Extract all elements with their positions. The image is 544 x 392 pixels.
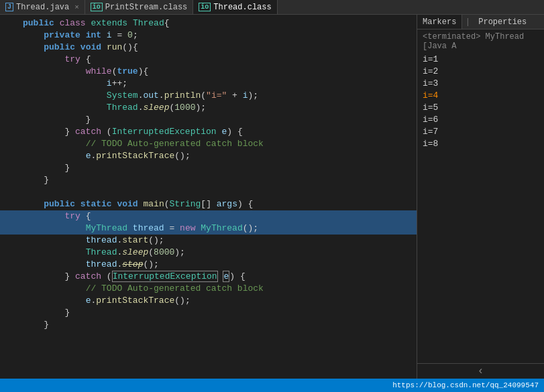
line-content: try { [20, 54, 417, 66]
line-content: i++; [20, 78, 417, 90]
code-line: while(true){ [0, 66, 417, 78]
line-content: } [20, 114, 417, 126]
tab-bar: J Thread.java × io PrintStream.class io … [0, 0, 544, 15]
line-number [0, 138, 20, 150]
code-line: public static void main(String[] args) { [0, 198, 417, 210]
line-content: try { [20, 210, 417, 222]
tab-markers-label: Markers [423, 17, 456, 27]
line-number [0, 271, 20, 283]
output-line-5: i=5 [423, 102, 539, 114]
code-lines: public class extends Thread{ private int… [0, 15, 417, 334]
line-number [0, 186, 20, 198]
code-line: e.printStackTrace(); [0, 295, 417, 307]
tab-thread-java[interactable]: J Thread.java × [0, 0, 85, 14]
right-panel-tabs: Markers | Properties [417, 15, 544, 29]
code-line: thread.start(); [0, 235, 417, 247]
terminated-label-text: <terminated> MyThread [Java A [423, 32, 524, 51]
line-content: public class extends Thread{ [20, 17, 417, 29]
line-content: private int i = 0; [20, 29, 417, 42]
output-line-8: i=8 [423, 138, 539, 150]
line-content [20, 186, 417, 198]
tab-properties[interactable]: Properties [473, 15, 532, 29]
line-content: public void run(){ [20, 42, 417, 54]
line-number [0, 295, 20, 307]
line-number [0, 78, 20, 90]
code-line: } [0, 162, 417, 174]
line-content: } catch (InterruptedException e) { [20, 126, 417, 138]
code-line: System.out.println("i=" + i); [0, 90, 417, 102]
line-number [0, 198, 20, 210]
tab-close-thread-java[interactable]: × [74, 3, 79, 11]
line-number [0, 174, 20, 186]
line-content: thread.start(); [20, 235, 417, 247]
tab-icon-thread-class: io [199, 3, 211, 11]
code-line: } [0, 174, 417, 186]
line-number [0, 42, 20, 54]
code-line: public class extends Thread{ [0, 17, 417, 29]
line-number [0, 247, 20, 259]
line-number [0, 54, 20, 66]
line-number [0, 259, 20, 271]
code-line: thread.stop(); [0, 259, 417, 271]
main-area: public class extends Thread{ private int… [0, 15, 544, 379]
line-content: // TODO Auto-generated catch block [20, 283, 417, 295]
output-line-7: i=7 [423, 126, 539, 138]
line-number [0, 210, 20, 222]
code-line [0, 186, 417, 198]
line-content: while(true){ [20, 66, 417, 78]
tab-icon-printstream: io [91, 3, 103, 11]
output-line-4: i=4 [423, 90, 539, 102]
code-line: i++; [0, 78, 417, 90]
line-number [0, 283, 20, 295]
line-content: } [20, 307, 417, 319]
line-number [0, 90, 20, 102]
tab-icon-java: J [5, 3, 13, 11]
line-content: } [20, 162, 417, 174]
line-number [0, 162, 20, 174]
code-line: } [0, 114, 417, 126]
tab-thread-class[interactable]: io Thread.class [193, 0, 277, 14]
right-panel: Markers | Properties <terminated> MyThre… [417, 15, 544, 379]
line-content: Thread.sleep(1000); [20, 102, 417, 114]
line-number [0, 29, 20, 42]
status-bar: https://blog.csdn.net/qq_24099547 [0, 379, 544, 392]
line-number [0, 150, 20, 162]
code-line: } catch (InterruptedException e) { [0, 126, 417, 138]
tab-label-printstream: PrintStream.class [105, 3, 187, 12]
line-content: } catch (InterruptedException e) { [20, 271, 417, 283]
line-number [0, 114, 20, 126]
code-line-highlighted: try { [0, 210, 417, 222]
line-content: } [20, 174, 417, 186]
terminated-label: <terminated> MyThread [Java A [423, 32, 539, 51]
code-line: public void run(){ [0, 42, 417, 54]
code-line: try { [0, 54, 417, 66]
output-line-6: i=6 [423, 114, 539, 126]
line-content: thread.stop(); [20, 259, 417, 271]
code-line: } catch (InterruptedException e) { [0, 271, 417, 283]
line-number [0, 126, 20, 138]
line-content: System.out.println("i=" + i); [20, 90, 417, 102]
tab-markers[interactable]: Markers [417, 15, 462, 29]
code-line: e.printStackTrace(); [0, 150, 417, 162]
line-number [0, 307, 20, 319]
scroll-arrow[interactable]: ‹ [417, 363, 544, 379]
tab-label-thread-java: Thread.java [16, 3, 69, 12]
status-url: https://blog.csdn.net/qq_24099547 [392, 381, 539, 389]
code-line: Thread.sleep(8000); [0, 247, 417, 259]
line-content: e.printStackTrace(); [20, 150, 417, 162]
code-line-highlighted: MyThread thread = new MyThread(); [0, 222, 417, 235]
code-line: } [0, 319, 417, 331]
line-number [0, 222, 20, 235]
code-line: private int i = 0; [0, 29, 417, 42]
line-content: MyThread thread = new MyThread(); [20, 222, 417, 235]
line-number [0, 17, 20, 29]
code-line: Thread.sleep(1000); [0, 102, 417, 114]
tab-printstream[interactable]: io PrintStream.class [85, 0, 193, 14]
code-editor[interactable]: public class extends Thread{ private int… [0, 15, 417, 379]
line-number [0, 319, 20, 331]
line-number [0, 102, 20, 114]
line-content: e.printStackTrace(); [20, 295, 417, 307]
output-line-3: i=3 [423, 78, 539, 90]
panel-separator: | [462, 17, 473, 27]
code-line: } [0, 307, 417, 319]
